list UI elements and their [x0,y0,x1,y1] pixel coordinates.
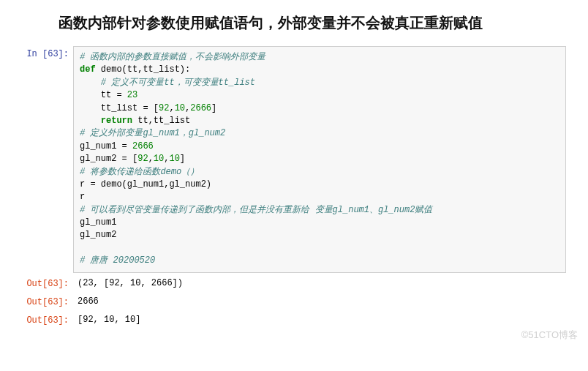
output-cell: Out[63]: [92, 10, 10] [22,312,566,328]
code-text [80,116,101,126]
number: 2666 [190,103,211,113]
code-text: , [169,103,174,113]
watermark: ©51CTO博客 [521,329,578,342]
code-line: gl_num1 [80,217,116,228]
code-text: tt_list = [ [80,103,159,113]
number: 92 [137,154,148,164]
code-text: gl_num2 = [ [80,154,137,164]
number: 2666 [132,141,154,151]
code-line: # 唐唐 20200520 [80,255,155,266]
code-text: , [148,154,154,164]
number: 10 [154,154,164,164]
page: 函数内部针对参数使用赋值语句，外部变量并不会被真正重新赋值 In [63]: #… [0,0,588,346]
code-line: gl_num2 [80,230,116,240]
code-line: # 将参数传递给函数demo（） [80,167,199,177]
code-line: r [80,192,85,202]
output-prompt: Out[63]: [22,294,73,307]
keyword-def: def [80,64,96,75]
code-line: # 函数内部的参数直接赋值，不会影响外部变量 [80,52,265,62]
number: 10 [169,154,179,164]
output-text: (23, [92, 10, 2666]) [73,276,566,291]
input-prompt: In [63]: [22,46,73,59]
number: 92 [159,103,169,113]
output-text: [92, 10, 10] [73,312,566,328]
code-text: gl_num1 = [80,141,132,151]
code-text: ] [180,154,185,164]
code-text: tt = [80,90,127,100]
page-title: 函数内部针对参数使用赋值语句，外部变量并不会被真正重新赋值 [59,13,566,33]
output-text: 2666 [73,294,566,310]
code-line: r = demo(gl_num1,gl_num2) [80,179,211,190]
code-text: demo(tt,tt_list): [96,64,191,75]
code-line: # 定义外部变量gl_num1，gl_num2 [80,128,225,138]
output-prompt: Out[63]: [22,276,73,289]
number: 23 [127,90,137,100]
code-editor[interactable]: # 函数内部的参数直接赋值，不会影响外部变量 def demo(tt,tt_li… [73,46,566,273]
code-line: # 定义不可变量tt，可变变量tt_list [80,78,255,88]
code-text: tt,tt_list [132,116,190,126]
keyword-return: return [101,116,132,126]
output-cell: Out[63]: (23, [92, 10, 2666]) [22,276,566,291]
code-line: # 可以看到尽管变量传递到了函数内部，但是并没有重新给 变量gl_num1、gl… [80,205,432,215]
input-cell: In [63]: # 函数内部的参数直接赋值，不会影响外部变量 def demo… [22,46,566,273]
code-text: ] [211,103,216,113]
number: 10 [175,103,185,113]
output-cell: Out[63]: 2666 [22,294,566,310]
output-prompt: Out[63]: [22,312,73,326]
